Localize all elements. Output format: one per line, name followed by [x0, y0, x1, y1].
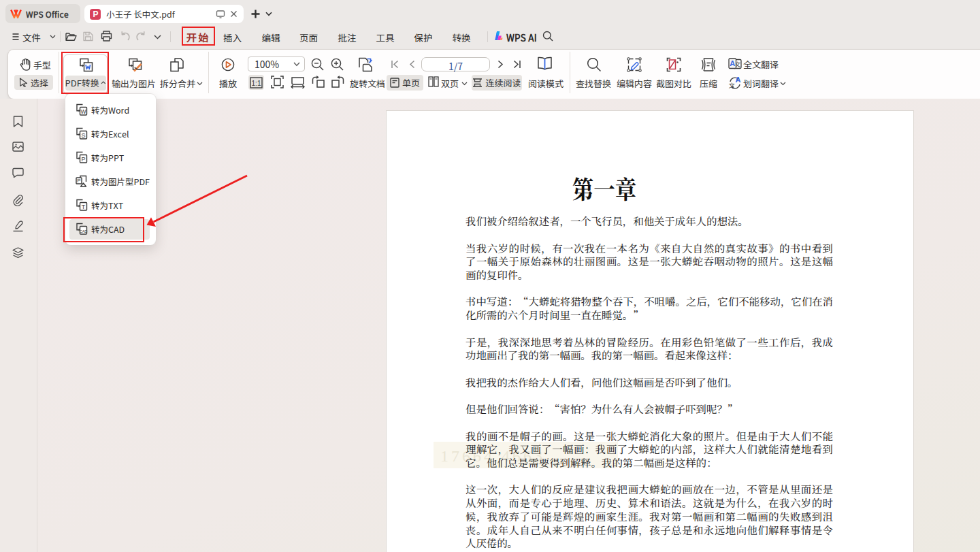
svg-text:A: A — [730, 59, 735, 67]
svg-text:T: T — [82, 204, 86, 210]
svg-text:1:1: 1:1 — [252, 79, 261, 86]
svg-text:P: P — [77, 178, 80, 184]
svg-text:A: A — [736, 76, 741, 84]
svg-text:P: P — [81, 156, 85, 163]
svg-text:S: S — [81, 132, 85, 139]
svg-text:文: 文 — [728, 81, 734, 90]
svg-text:W: W — [80, 108, 86, 115]
